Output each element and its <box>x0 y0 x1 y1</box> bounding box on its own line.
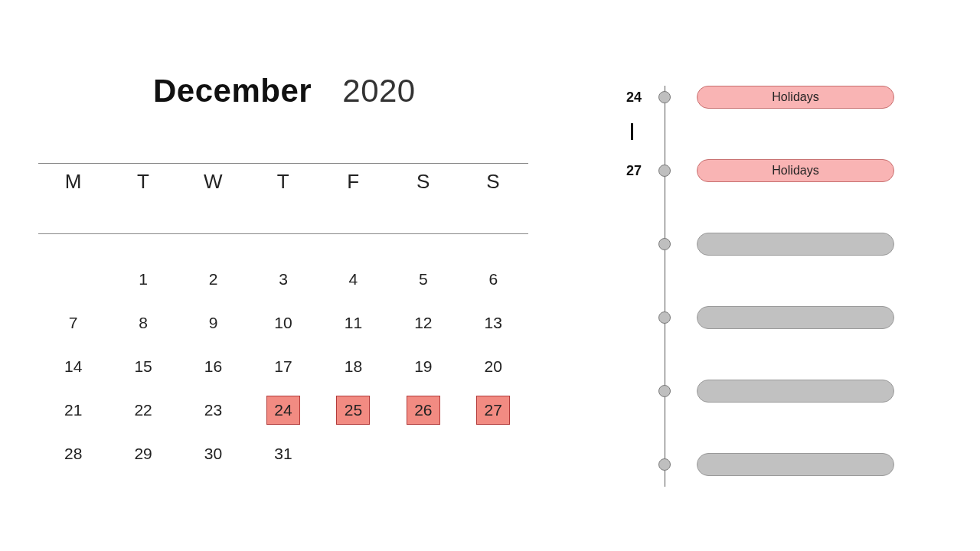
calendar-grid: 1234567891011121314151617181920212223242… <box>38 257 528 475</box>
timeline-event-pill[interactable] <box>697 453 894 476</box>
calendar-day-cell[interactable]: 12 <box>388 308 458 337</box>
calendar-day-cell[interactable]: 29 <box>108 439 178 468</box>
timeline-marker-icon <box>658 165 671 177</box>
calendar-day-cell[interactable]: 25 <box>318 396 388 425</box>
calendar-day-number: 27 <box>476 396 510 425</box>
calendar-day-cell[interactable]: 1 <box>108 265 178 294</box>
day-header: S <box>459 170 528 194</box>
calendar-day-number: 2 <box>197 265 230 294</box>
calendar-day-number: 30 <box>197 439 230 468</box>
calendar-day-cell[interactable]: 2 <box>178 265 248 294</box>
day-header: T <box>248 170 318 194</box>
calendar-day-number: 26 <box>407 396 440 425</box>
calendar-day-number: 13 <box>476 308 510 337</box>
calendar-day-cell[interactable]: 11 <box>318 308 388 337</box>
day-header: S <box>388 170 458 194</box>
calendar-day-cell[interactable]: 16 <box>178 352 248 381</box>
calendar: December 2020 M T W T F S S 123456789101… <box>38 73 528 475</box>
calendar-day-number: 12 <box>407 308 440 337</box>
calendar-day-cell[interactable]: 23 <box>178 396 248 425</box>
calendar-week-row: 78910111213 <box>38 301 528 344</box>
timeline-marker-icon <box>658 385 671 397</box>
calendar-day-cell[interactable]: 26 <box>388 396 458 425</box>
calendar-day-number: 14 <box>57 352 90 381</box>
calendar-day-cell[interactable]: 24 <box>248 396 318 425</box>
timeline-row <box>605 453 911 476</box>
calendar-day-cell[interactable]: 30 <box>178 439 248 468</box>
calendar-day-number: 19 <box>407 352 440 381</box>
timeline-marker-icon <box>658 311 671 324</box>
calendar-year: 2020 <box>342 73 415 109</box>
timeline-event-pill[interactable]: Holidays <box>697 159 894 182</box>
timeline-marker-icon <box>658 458 671 471</box>
divider <box>38 233 528 234</box>
day-header: M <box>38 170 108 194</box>
calendar-day-number: 5 <box>407 265 440 294</box>
calendar-day-cell[interactable]: 7 <box>38 308 108 337</box>
calendar-day-cell[interactable]: 5 <box>388 265 458 294</box>
day-header: W <box>178 170 248 194</box>
timeline-event-pill[interactable]: Holidays <box>697 86 894 109</box>
calendar-day-cell[interactable]: 15 <box>108 352 178 381</box>
timeline-event-pill[interactable] <box>697 380 894 403</box>
timeline-row <box>605 306 911 329</box>
timeline-row <box>605 380 911 403</box>
calendar-day-number: 28 <box>57 439 90 468</box>
calendar-day-number: 31 <box>266 439 300 468</box>
calendar-day-cell[interactable]: 19 <box>388 352 458 381</box>
calendar-day-number: 1 <box>126 265 160 294</box>
calendar-day-cell[interactable]: 17 <box>248 352 318 381</box>
calendar-day-number: 17 <box>266 352 300 381</box>
calendar-day-number: 16 <box>197 352 230 381</box>
calendar-day-number: 11 <box>336 308 370 337</box>
timeline-range-indicator <box>631 123 633 140</box>
calendar-day-number: 6 <box>476 265 510 294</box>
calendar-day-cell[interactable]: 31 <box>248 439 318 468</box>
calendar-day-cell[interactable]: 21 <box>38 396 108 425</box>
calendar-day-cell[interactable]: 3 <box>248 265 318 294</box>
timeline-event-pill[interactable] <box>697 306 894 329</box>
calendar-day-number: 18 <box>336 352 370 381</box>
calendar-month: December <box>153 73 312 109</box>
calendar-day-cell[interactable]: 27 <box>459 396 528 425</box>
calendar-day-number: 22 <box>126 396 160 425</box>
day-header-row: M T W T F S S <box>38 170 528 194</box>
timeline: 24Holidays27Holidays <box>605 73 911 494</box>
calendar-day-cell[interactable]: 4 <box>318 265 388 294</box>
calendar-week-row: 123456 <box>38 257 528 301</box>
calendar-day-number: 15 <box>126 352 160 381</box>
calendar-day-cell[interactable]: 20 <box>459 352 528 381</box>
timeline-row <box>605 233 911 256</box>
day-header: T <box>108 170 178 194</box>
calendar-day-cell[interactable]: 13 <box>459 308 528 337</box>
calendar-day-number: 20 <box>476 352 510 381</box>
timeline-row: 27Holidays <box>605 159 911 182</box>
calendar-day-number: 8 <box>126 308 160 337</box>
calendar-day-cell[interactable]: 18 <box>318 352 388 381</box>
calendar-day-cell[interactable]: 8 <box>108 308 178 337</box>
calendar-day-cell[interactable]: 6 <box>459 265 528 294</box>
calendar-day-number: 29 <box>126 439 160 468</box>
calendar-day-number: 25 <box>336 396 370 425</box>
timeline-date-label: 24 <box>605 90 642 106</box>
calendar-day-number: 9 <box>197 308 230 337</box>
timeline-row: 24Holidays <box>605 86 911 109</box>
calendar-day-cell[interactable]: 22 <box>108 396 178 425</box>
calendar-week-row: 21222324252627 <box>38 388 528 432</box>
timeline-marker-icon <box>658 238 671 250</box>
calendar-day-number: 21 <box>57 396 90 425</box>
calendar-day-cell[interactable]: 9 <box>178 308 248 337</box>
calendar-day-cell[interactable]: 10 <box>248 308 318 337</box>
timeline-axis <box>665 86 665 487</box>
calendar-day-number: 24 <box>266 396 300 425</box>
calendar-day-number: 4 <box>336 265 370 294</box>
calendar-day-number: 7 <box>57 308 90 337</box>
timeline-event-pill[interactable] <box>697 233 894 256</box>
calendar-day-cell[interactable]: 28 <box>38 439 108 468</box>
timeline-date-label: 27 <box>605 163 642 179</box>
day-header: F <box>318 170 388 194</box>
calendar-week-row: 28293031 <box>38 432 528 475</box>
calendar-title: December 2020 <box>153 73 528 109</box>
calendar-day-cell[interactable]: 14 <box>38 352 108 381</box>
calendar-week-row: 14151617181920 <box>38 344 528 388</box>
